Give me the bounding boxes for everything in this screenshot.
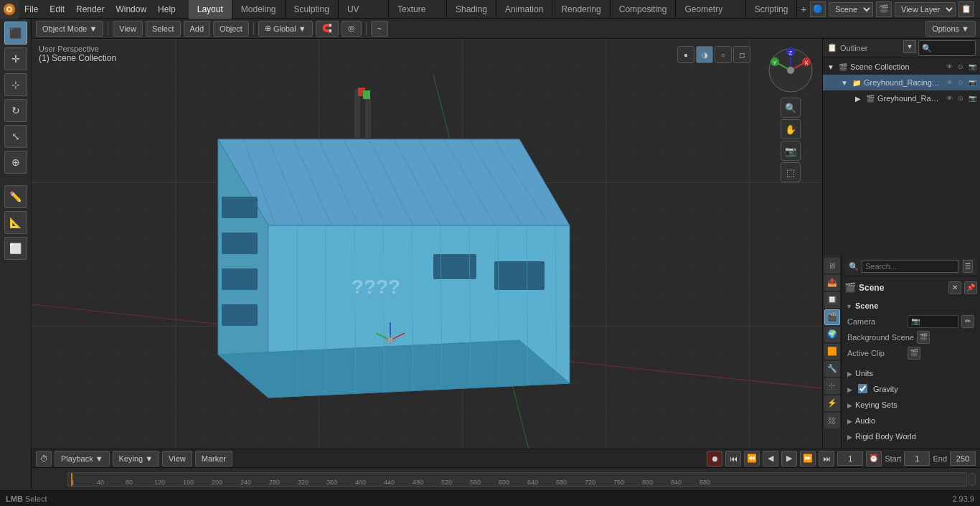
start-restrict-select-icon[interactable]: ⊙ [956, 93, 966, 103]
prop-tab-view-layer[interactable]: 🔲 [824, 292, 840, 308]
tab-layout[interactable]: Layout [189, 0, 232, 19]
outliner-greyhound-start[interactable]: ▶ 🎬 Greyhound_Racing_Start 👁 ⊙ 📷 [823, 90, 980, 106]
prop-tab-constraints[interactable]: ⛓ [824, 413, 840, 428]
proportional-btn[interactable]: ◎ [341, 21, 362, 37]
camera-view-btn[interactable]: 📷 [781, 141, 801, 161]
cursor-tool[interactable]: ✛ [4, 47, 27, 70]
keying-sets-row[interactable]: Keying Sets [844, 397, 977, 413]
gravity-checkbox[interactable] [858, 384, 867, 393]
prev-keyframe-btn[interactable]: ⏪ [744, 451, 760, 467]
scene-pin-btn[interactable]: 📌 [964, 281, 977, 294]
outliner-scene-collection[interactable]: ▼ 🎬 Scene Collection 👁 ⊙ 📷 [823, 59, 980, 75]
prop-tab-render[interactable]: 🖥 [824, 258, 840, 273]
marker-menu[interactable]: Marker [195, 451, 232, 467]
annotate-tool[interactable]: ✏️ [4, 185, 27, 208]
rotate-tool[interactable]: ↻ [4, 99, 27, 122]
move-tool[interactable]: ⊹ [4, 73, 27, 96]
engine-selector[interactable]: 🔵 [810, 1, 826, 17]
timeline-view-menu[interactable]: View [162, 451, 192, 467]
viewport-shading-wire[interactable]: ◻ [733, 46, 750, 63]
tab-geometry-nodes[interactable]: Geometry Nodes [676, 0, 745, 19]
viewport-3d[interactable]: ???? [32, 39, 822, 449]
collection-restrict-render-icon[interactable]: 📷 [967, 78, 977, 88]
prop-tab-physics[interactable]: ⚡ [824, 395, 840, 411]
select-box-tool[interactable]: ⬛ [4, 22, 27, 44]
zoom-in-btn[interactable]: 🔍 [781, 98, 801, 118]
tab-uv-editing[interactable]: UV Editing [339, 0, 389, 19]
select-menu[interactable]: Select [146, 21, 181, 37]
gravity-row[interactable]: Gravity [844, 381, 977, 397]
start-restrict-render-icon[interactable]: 📷 [967, 93, 977, 103]
outliner-filter-btn[interactable]: ▼ [903, 40, 916, 53]
snap-btn[interactable]: 🧲 [316, 21, 339, 37]
prop-tab-particles[interactable]: ⊹ [824, 378, 840, 394]
camera-value[interactable]: 📷 [908, 315, 958, 328]
measure-tool[interactable]: 📐 [4, 211, 27, 234]
transform-tool[interactable]: ⊕ [4, 151, 27, 174]
fly-mode-btn[interactable]: ✋ [781, 119, 801, 139]
active-clip-icon[interactable]: 🎬 [908, 347, 920, 360]
tab-rendering[interactable]: Rendering [552, 0, 610, 19]
start-restrict-view-icon[interactable]: 👁 [944, 93, 954, 103]
tab-scripting[interactable]: Scripting [746, 0, 798, 19]
menu-window[interactable]: Window [110, 0, 152, 19]
playback-menu[interactable]: Playback ▼ [55, 451, 110, 467]
tab-shading[interactable]: Shading [447, 0, 496, 19]
scene-selector[interactable]: Scene [829, 2, 873, 17]
menu-edit[interactable]: Edit [44, 0, 70, 19]
prop-tab-output[interactable]: 📤 [824, 275, 840, 291]
tab-compositing[interactable]: Compositing [611, 0, 677, 19]
tab-sculpting[interactable]: Sculpting [286, 0, 339, 19]
orientation-gizmo[interactable]: X Y Z [766, 46, 815, 95]
record-btn[interactable]: ⏺ [707, 451, 722, 467]
background-scene-icon[interactable]: 🎬 [917, 331, 930, 344]
scale-tool[interactable]: ⤡ [4, 125, 27, 148]
viewport-shading-rendered[interactable]: ○ [715, 46, 732, 63]
render-border-btn[interactable]: ⬚ [781, 162, 801, 182]
collection-restrict-view-icon[interactable]: 👁 [944, 78, 954, 88]
add-cube-tool[interactable]: ⬜ [4, 237, 27, 260]
prop-tab-world[interactable]: 🌍 [824, 327, 840, 342]
outliner-search-input[interactable] [922, 44, 972, 52]
scene-unlink-btn[interactable]: ✕ [948, 281, 961, 294]
scene-collection-restrict-icon[interactable]: 👁 [944, 62, 954, 72]
mode-selector[interactable]: Object Mode ▼ [36, 21, 103, 37]
menu-file[interactable]: File [19, 0, 44, 19]
camera-picker-btn[interactable]: ✏ [961, 315, 974, 328]
prop-tab-scene[interactable]: 🎬 [824, 309, 840, 325]
current-frame-field[interactable]: 1 [837, 451, 863, 466]
timeline-scrollbar[interactable] [969, 473, 976, 486]
end-frame-field[interactable]: 250 [950, 451, 976, 466]
menu-help[interactable]: Help [152, 0, 182, 19]
play-btn[interactable]: ▶ [781, 451, 797, 467]
tab-modeling[interactable]: Modeling [232, 0, 286, 19]
tab-texture-paint[interactable]: Texture Paint [389, 0, 447, 19]
transform-selector[interactable]: ⊕ Global ▼ [258, 21, 313, 37]
timeline-menu-btn[interactable]: ⏱ [36, 451, 52, 467]
graph-btn[interactable]: ~ [371, 21, 388, 37]
prop-tab-object[interactable]: 🟧 [824, 344, 840, 360]
viewport-shading-material[interactable]: ◑ [696, 46, 713, 63]
scene-section-header[interactable]: Scene [844, 298, 977, 314]
menu-render[interactable]: Render [70, 0, 110, 19]
jump-start-btn[interactable]: ⏮ [725, 451, 741, 467]
outliner-greyhound-collection[interactable]: ▼ 📁 Greyhound_Racing_Starting_B 👁 ⊙ 📷 [823, 75, 980, 90]
viewport-shading-solid[interactable]: ● [677, 46, 694, 63]
tab-animation[interactable]: Animation [496, 0, 552, 19]
collection-restrict-select-icon[interactable]: ⊙ [956, 78, 966, 88]
play-reverse-btn[interactable]: ◀ [763, 451, 778, 467]
add-menu[interactable]: Add [184, 21, 211, 37]
next-keyframe-btn[interactable]: ⏩ [800, 451, 816, 467]
audio-row[interactable]: Audio [844, 413, 977, 428]
options-btn[interactable]: Options ▼ [925, 21, 976, 37]
object-menu[interactable]: Object [213, 21, 249, 37]
view-menu[interactable]: View [113, 21, 143, 37]
add-workspace-button[interactable]: + [797, 1, 810, 17]
keying-menu[interactable]: Keying ▼ [113, 451, 160, 467]
jump-end-btn[interactable]: ⏭ [819, 451, 834, 467]
scene-collection-select-icon[interactable]: ⊙ [956, 62, 966, 72]
scene-collection-render-icon[interactable]: 📷 [967, 62, 977, 72]
timeline-ruler[interactable]: 1 40 80 120 160 200 240 280 320 360 400 … [67, 472, 967, 487]
start-frame-field[interactable]: 1 [904, 451, 930, 466]
properties-options-btn[interactable]: ☰ [963, 260, 973, 273]
